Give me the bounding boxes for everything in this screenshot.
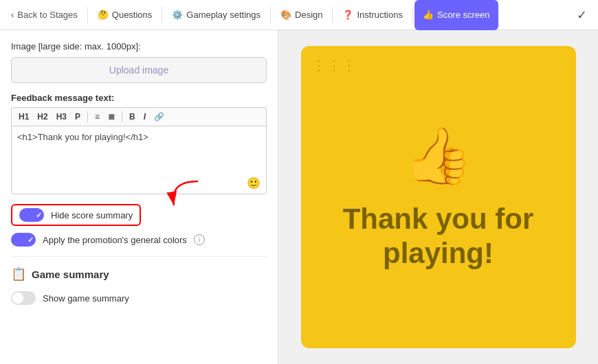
back-to-stages-button[interactable]: ‹ Back to Stages xyxy=(3,0,86,30)
game-summary-title: Game summary xyxy=(32,269,109,280)
toolbar-list2[interactable]: ≣ xyxy=(105,111,118,123)
feedback-section: Feedback message text: H1 H2 H3 P ≡ ≣ B … xyxy=(11,93,267,194)
tab-instructions[interactable]: ❓ Instructions xyxy=(334,0,410,30)
show-game-summary-row: Show game summary xyxy=(11,291,267,305)
toolbar-p[interactable]: P xyxy=(72,111,83,123)
apply-colors-check-icon: ✓ xyxy=(27,236,34,244)
apply-colors-row: ✓ Apply the promotion's general colors i xyxy=(11,233,267,247)
preview-dots-icon: ⋮⋮⋮ xyxy=(312,57,357,73)
questions-label: Questions xyxy=(112,10,153,20)
score-label: Score screen xyxy=(437,10,490,20)
right-panel: ⋮⋮⋮ 👍 Thank you for playing! xyxy=(278,30,598,364)
section-divider xyxy=(11,256,267,257)
tab-score-screen[interactable]: 👍 Score screen xyxy=(414,0,498,30)
editor-content[interactable]: <h1>Thank you for playing!</h1> 🙂 xyxy=(11,126,267,194)
show-game-summary-label: Show game summary xyxy=(43,293,129,304)
hide-score-label: Hide score summary xyxy=(51,210,133,220)
image-label: Image [large side: max. 1000px]: xyxy=(11,41,267,52)
gameplay-label: Gameplay settings xyxy=(186,10,261,20)
nav-divider-2 xyxy=(162,7,162,23)
toolbar-h3[interactable]: H3 xyxy=(54,111,69,123)
toolbar-sep-1 xyxy=(87,111,88,122)
toggle-knob xyxy=(12,293,23,304)
toolbar-bold[interactable]: B xyxy=(126,111,138,123)
top-nav: ‹ Back to Stages 🤔 Questions ⚙️ Gameplay… xyxy=(0,0,598,30)
design-icon: 🎨 xyxy=(280,10,291,20)
thumbs-up-icon: 👍 xyxy=(404,124,473,188)
preview-card: ⋮⋮⋮ 👍 Thank you for playing! xyxy=(301,46,576,348)
show-game-summary-toggle[interactable] xyxy=(11,291,36,305)
game-summary-section: 📋 Game summary Show game summary xyxy=(11,266,267,305)
instructions-label: Instructions xyxy=(357,10,402,20)
tab-questions[interactable]: 🤔 Questions xyxy=(89,0,161,30)
nav-divider-5 xyxy=(412,7,413,23)
editor-toolbar: H1 H2 H3 P ≡ ≣ B I 🔗 xyxy=(11,107,267,126)
apply-colors-label: Apply the promotion's general colors xyxy=(43,235,187,245)
toolbar-h1[interactable]: H1 xyxy=(16,111,32,123)
toolbar-italic[interactable]: I xyxy=(141,111,148,123)
nav-divider-3 xyxy=(270,7,271,23)
left-panel: Image [large side: max. 1000px]: Upload … xyxy=(0,30,278,364)
nav-divider-1 xyxy=(87,7,88,23)
game-summary-header: 📋 Game summary xyxy=(11,266,267,282)
toolbar-link[interactable]: 🔗 xyxy=(151,111,167,123)
instructions-icon: ❓ xyxy=(342,10,353,20)
feedback-label: Feedback message text: xyxy=(11,93,267,103)
back-label: Back to Stages xyxy=(17,10,77,20)
toolbar-h2[interactable]: H2 xyxy=(34,111,50,123)
game-summary-icon: 📋 xyxy=(11,266,26,282)
score-icon: 👍 xyxy=(423,10,434,20)
back-arrow-icon: ‹ xyxy=(11,10,14,20)
toolbar-sep-2 xyxy=(122,111,122,122)
design-label: Design xyxy=(295,10,322,20)
nav-divider-4 xyxy=(332,7,333,23)
toggle-check-icon: ✓ xyxy=(36,211,42,220)
gameplay-icon: ⚙️ xyxy=(172,10,183,20)
check-icon: ✓ xyxy=(577,8,587,23)
hide-score-toggle[interactable]: ✓ xyxy=(19,208,44,222)
editor-text: <h1>Thank you for playing!</h1> xyxy=(17,132,148,142)
preview-thank-you-text: Thank you for playing! xyxy=(301,202,576,271)
upload-image-button[interactable]: Upload image xyxy=(11,57,267,83)
image-section: Image [large side: max. 1000px]: Upload … xyxy=(11,41,267,83)
tab-gameplay[interactable]: ⚙️ Gameplay settings xyxy=(164,0,269,30)
main-layout: Image [large side: max. 1000px]: Upload … xyxy=(0,30,598,364)
emoji-button[interactable]: 🙂 xyxy=(247,177,261,190)
apply-colors-info-icon[interactable]: i xyxy=(194,234,205,245)
apply-colors-toggle[interactable]: ✓ xyxy=(11,233,36,247)
hide-score-container: ✓ Hide score summary xyxy=(11,204,267,226)
tab-design[interactable]: 🎨 Design xyxy=(272,0,331,30)
questions-icon: 🤔 xyxy=(98,10,109,20)
toolbar-list1[interactable]: ≡ xyxy=(92,111,102,123)
hide-score-highlight: ✓ Hide score summary xyxy=(11,204,141,226)
nav-check-button[interactable]: ✓ xyxy=(568,8,595,23)
